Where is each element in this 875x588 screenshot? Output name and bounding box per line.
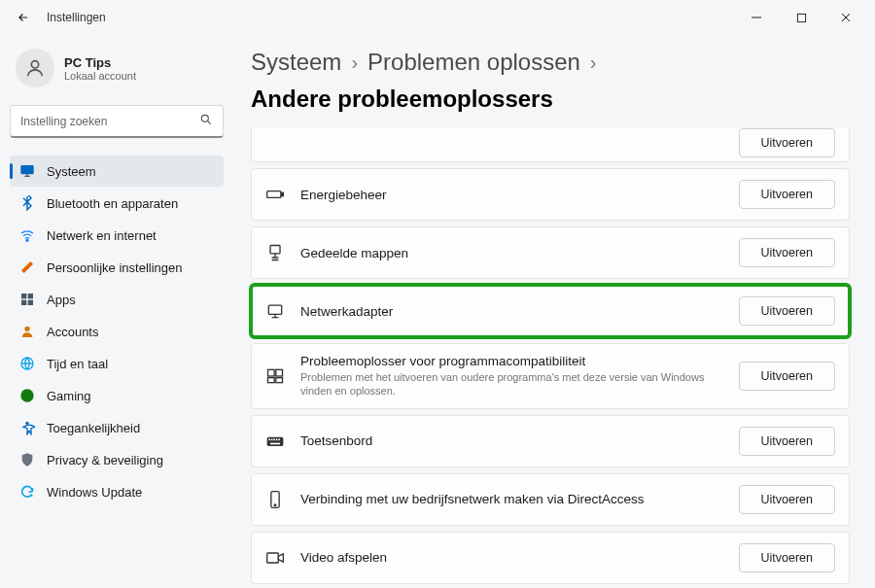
troubleshooter-title: Probleemoplosser voor programmacompatibi… [300,354,723,368]
sidebar-item-label: Persoonlijke instellingen [47,260,182,275]
pencil-icon [19,259,35,275]
sidebar-item-apps[interactable]: Apps [10,284,224,315]
sidebar-item-label: Systeem [47,164,96,179]
svg-rect-20 [276,377,283,382]
breadcrumb-seg-2[interactable]: Problemen oplossen [368,49,580,76]
window-title: Instellingen [47,11,106,24]
svg-point-2 [201,115,208,121]
sidebar-item-label: Netwerk en internet [47,228,157,243]
compat-icon [265,366,285,386]
nav-list: SysteemBluetooth en apparatenNetwerk en … [10,156,224,507]
run-button[interactable]: Uitvoeren [739,362,836,391]
close-button[interactable] [824,2,867,33]
sidebar-item-label: Apps [47,293,76,307]
svg-point-1 [31,61,38,68]
svg-rect-7 [21,300,26,305]
troubleshooter-title: Netwerkadapter [300,304,723,319]
sidebar-item-privacy[interactable]: Privacy & beveiliging [10,444,224,475]
troubleshooter-netwerkadapter: NetwerkadapterUitvoeren [251,285,850,337]
sidebar-item-label: Gaming [47,389,91,403]
chevron-right-icon: › [351,52,358,74]
sidebar-item-label: Windows Update [47,485,142,500]
search-input[interactable] [20,115,192,128]
sidebar-item-label: Accounts [47,325,98,339]
battery-icon [265,185,285,204]
troubleshooter-directaccess: Verbinding met uw bedrijfsnetwerk maken … [251,473,850,526]
sync-icon [19,484,35,500]
svg-rect-25 [276,438,278,440]
run-button[interactable]: Uitvoeren [739,485,836,514]
run-button[interactable]: Uitvoeren [739,296,836,326]
run-button[interactable]: Uitvoeren [739,543,836,572]
avatar [16,49,54,87]
troubleshooter-list: UitvoerenEnergiebeheerUitvoerenGedeelde … [251,128,850,588]
maximize-button[interactable] [780,2,822,33]
xbox-icon [19,388,35,403]
search-box[interactable] [10,105,224,138]
svg-rect-23 [271,438,273,440]
svg-rect-6 [28,294,33,298]
troubleshooter-title: Energiebeheer [300,188,723,202]
account-name: PC Tips [64,55,136,70]
chevron-right-icon: › [590,52,597,74]
troubleshooter-title: Gedeelde mappen [300,246,723,260]
run-button[interactable]: Uitvoeren [739,427,836,456]
svg-rect-18 [276,369,283,376]
run-button[interactable]: Uitvoeren [739,238,836,267]
sidebar-item-persoonlijk[interactable]: Persoonlijke instellingen [10,252,224,283]
svg-point-12 [25,422,28,425]
svg-rect-17 [268,369,275,376]
troubleshooter-title: Verbinding met uw bedrijfsnetwerk maken … [300,492,723,506]
sidebar-item-accounts[interactable]: Accounts [10,316,224,347]
run-button[interactable]: Uitvoeren [739,180,836,209]
troubleshooter-video: Video afspelenUitvoeren [251,532,850,584]
svg-point-9 [24,327,29,331]
breadcrumb-seg-1[interactable]: Systeem [251,49,341,76]
search-icon [199,113,213,129]
run-button[interactable]: Uitvoeren [739,128,836,157]
sidebar-item-gaming[interactable]: Gaming [10,380,224,411]
sidebar-item-update[interactable]: Windows Update [10,476,224,507]
svg-point-4 [26,239,28,241]
svg-rect-14 [282,192,284,195]
troubleshooter-gedeelde: Gedeelde mappenUitvoeren [251,226,850,279]
troubleshooter-title: Video afspelen [300,550,723,565]
troubleshooter-subtitle: Problemen met het uitvoeren van oudere p… [300,370,723,398]
content-area: Systeem › Problemen oplossen › Andere pr… [233,35,875,588]
sidebar-item-bluetooth[interactable]: Bluetooth en apparaten [10,188,224,219]
netadapter-icon [265,301,285,321]
monitor-icon [19,163,35,179]
breadcrumb: Systeem › Problemen oplossen › Andere pr… [251,49,850,113]
sidebar-item-systeem[interactable]: Systeem [10,156,224,187]
troubleshooter-partial: Uitvoeren [251,128,850,162]
sidebar-item-tijd[interactable]: Tijd en taal [10,348,224,379]
shared-icon [265,243,285,262]
svg-rect-27 [270,442,280,444]
svg-rect-13 [267,191,281,198]
svg-point-11 [20,389,33,401]
svg-rect-19 [268,377,275,382]
access-icon [19,420,35,435]
svg-point-29 [274,504,276,506]
sidebar-item-toegankelijkheid[interactable]: Toegankelijkheid [10,412,224,443]
video-icon [265,548,285,568]
shield-icon [19,452,35,467]
wifi-icon [19,227,35,243]
account-subtitle: Lokaal account [64,70,136,82]
sidebar-item-label: Toegankelijkheid [47,421,140,435]
person-icon [19,324,35,339]
svg-rect-5 [21,294,26,298]
svg-rect-16 [268,305,281,314]
svg-rect-21 [267,436,284,445]
svg-rect-8 [28,300,33,305]
troubleshooter-energiebeheer: EnergiebeheerUitvoeren [251,168,850,221]
globe-icon [19,356,35,371]
back-button[interactable] [8,2,39,33]
account-header[interactable]: PC Tips Lokaal account [10,43,224,101]
troubleshooter-compat: Probleemoplosser voor programmacompatibi… [251,343,850,409]
troubleshooter-title: Toetsenbord [300,433,723,448]
title-bar: Instellingen [0,0,875,35]
sidebar: PC Tips Lokaal account SysteemBluetooth … [0,35,233,588]
sidebar-item-netwerk[interactable]: Netwerk en internet [10,220,224,251]
minimize-button[interactable] [735,2,778,33]
